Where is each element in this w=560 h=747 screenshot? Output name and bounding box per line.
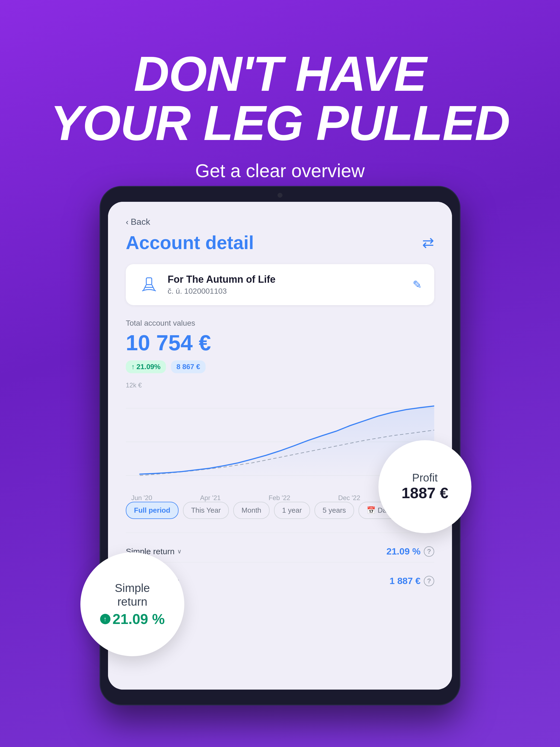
account-card: For The Autumn of Life č. ú. 1020001103 … <box>126 264 434 305</box>
up-indicator: ↑ <box>131 363 135 371</box>
period-btn-5years[interactable]: 5 years <box>314 502 354 519</box>
return-bubble-value: ↑ 21.09 % <box>100 611 165 627</box>
total-value: 10 754 € <box>126 330 434 356</box>
account-info: For The Autumn of Life č. ú. 1020001103 <box>168 274 276 295</box>
chevron-down-icon[interactable]: ∨ <box>177 548 182 555</box>
tablet-device: Profit 1887 € Simplereturn ↑ 21.09 % ‹ B… <box>100 186 460 705</box>
back-navigation[interactable]: ‹ Back <box>126 217 434 227</box>
stats-row-return: Simple return ∨ 21.09 % ? <box>126 541 434 562</box>
amount-badge: 8 867 € <box>171 360 206 373</box>
stats-value-account-return: 1 887 € ? <box>390 575 434 586</box>
account-id: č. ú. 1020001103 <box>168 287 276 295</box>
total-label: Total account values <box>126 319 434 328</box>
edit-icon[interactable]: ✎ <box>413 278 422 291</box>
return-bubble: Simplereturn ↑ 21.09 % <box>80 552 184 656</box>
screen-header: Account detail ⇄ <box>126 232 434 253</box>
page-title: Account detail <box>126 232 254 253</box>
question-icon-return[interactable]: ? <box>424 546 434 557</box>
period-btn-this-year[interactable]: This Year <box>183 502 229 519</box>
period-btn-full[interactable]: Full period <box>126 502 179 519</box>
svg-rect-0 <box>146 278 152 285</box>
back-chevron-icon: ‹ <box>126 217 128 227</box>
total-badges: ↑ 21.09% 8 867 € <box>126 360 434 373</box>
x-label-1: Jun '20 <box>131 494 152 502</box>
transfer-icon[interactable]: ⇄ <box>422 234 434 251</box>
chart-y-label: 12k € <box>126 381 434 389</box>
x-label-3: Feb '22 <box>269 494 290 502</box>
x-label-4: Dec '22 <box>338 494 360 502</box>
question-icon-account-return[interactable]: ? <box>424 576 434 586</box>
profit-bubble-label: Profit <box>412 472 437 484</box>
account-icon <box>138 274 160 295</box>
profit-bubble-value: 1887 € <box>401 484 448 502</box>
account-name: For The Autumn of Life <box>168 274 276 285</box>
percent-badge: ↑ 21.09% <box>126 360 166 373</box>
x-label-2: Apr '21 <box>200 494 221 502</box>
account-card-left: For The Autumn of Life č. ú. 1020001103 <box>138 274 276 295</box>
rocking-chair-icon <box>139 275 159 294</box>
tablet-camera <box>278 193 282 198</box>
hero-title: DON'T HAVE YOUR LEG PULLED <box>0 49 560 148</box>
stats-value-return: 21.09 % ? <box>386 546 434 557</box>
back-label: Back <box>131 217 150 227</box>
calendar-icon: 📅 <box>367 506 376 515</box>
return-bubble-label: Simplereturn <box>115 581 150 609</box>
up-arrow-icon: ↑ <box>100 614 110 624</box>
period-btn-month[interactable]: Month <box>233 502 269 519</box>
stats-divider-1 <box>126 533 434 533</box>
profit-bubble: Profit 1887 € <box>378 440 472 533</box>
period-btn-1year[interactable]: 1 year <box>274 502 310 519</box>
